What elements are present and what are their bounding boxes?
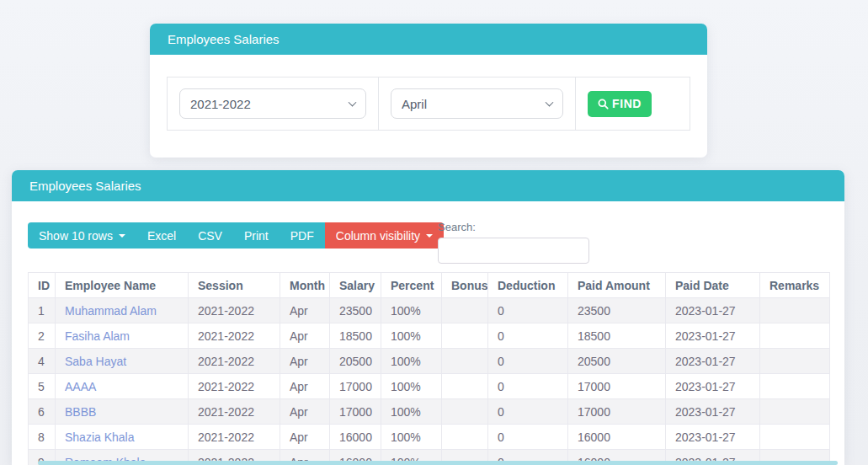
caret-down-icon	[119, 234, 125, 238]
cell-percent: 100%	[381, 425, 442, 450]
cell-employee-name: Muhammad Alam	[56, 298, 189, 323]
table-row: 2Fasiha Alam2021-2022Apr18500100%0185002…	[29, 323, 830, 349]
cell-remarks	[760, 425, 830, 450]
employee-name-link[interactable]: Saba Hayat	[65, 355, 126, 368]
search-box: Search:	[438, 221, 589, 264]
cell-month: Apr	[280, 298, 330, 323]
cell-bonus	[442, 349, 488, 374]
cell-salary: 16000	[330, 425, 381, 450]
cell-paid-date: 2023-01-27	[666, 323, 760, 349]
cell-remarks	[760, 323, 830, 349]
cell-salary: 23500	[330, 298, 381, 323]
filter-card-body: 2021-2022 April	[150, 55, 707, 131]
cell-month: Apr	[280, 349, 330, 374]
cell-session: 2021-2022	[189, 349, 280, 374]
search-icon	[598, 99, 609, 110]
show-rows-label: Show 10 rows	[39, 229, 113, 243]
cell-paid-amount: 20500	[568, 349, 666, 374]
cell-paid-amount: 17000	[568, 399, 666, 425]
column-header-id[interactable]: ID	[29, 273, 56, 298]
cell-employee-name: AAAA	[56, 374, 189, 399]
column-header-remarks[interactable]: Remarks	[760, 273, 830, 298]
cell-salary: 17000	[330, 399, 381, 425]
cell-salary: 17000	[330, 374, 381, 399]
cell-session: 2021-2022	[189, 374, 280, 399]
table-card-header: Employees Salaries	[12, 170, 844, 201]
cell-deduction: 0	[488, 399, 568, 425]
cell-remarks	[760, 374, 830, 399]
column-header-paid-amount[interactable]: Paid Amount	[568, 273, 666, 298]
employee-name-link[interactable]: Fasiha Alam	[65, 329, 130, 343]
column-header-month[interactable]: Month	[280, 273, 330, 298]
export-excel-button[interactable]: Excel	[136, 222, 187, 249]
column-header-salary[interactable]: Salary	[330, 273, 381, 298]
cell-remarks	[760, 298, 830, 323]
cell-session: 2021-2022	[189, 399, 280, 425]
column-header-bonus[interactable]: Bonus	[442, 273, 488, 298]
cell-remarks	[760, 399, 830, 425]
show-rows-button[interactable]: Show 10 rows	[28, 222, 136, 249]
caret-down-icon	[426, 234, 433, 238]
session-select[interactable]: 2021-2022	[179, 88, 366, 119]
cell-id: 5	[29, 374, 56, 399]
page-background: Employees Salaries 2021-2022 April	[0, 0, 868, 465]
column-header-percent[interactable]: Percent	[381, 273, 442, 298]
filter-card-title: Employees Salaries	[168, 32, 280, 46]
column-header-paid-date[interactable]: Paid Date	[666, 273, 760, 298]
table-row: 6BBBB2021-2022Apr17000100%0170002023-01-…	[29, 399, 830, 425]
employee-name-link[interactable]: Muhammad Alam	[65, 304, 157, 318]
find-button-label: FIND	[612, 97, 642, 110]
cell-deduction: 0	[488, 298, 568, 323]
cell-id: 4	[29, 349, 56, 374]
filter-form-row: 2021-2022 April	[167, 77, 690, 131]
employee-name-link[interactable]: AAAA	[65, 380, 96, 393]
month-select[interactable]: April	[391, 88, 563, 119]
employee-name-link[interactable]: BBBB	[65, 405, 96, 419]
datatable-toolbar: Show 10 rows ExcelCSVPrintPDF Column vis…	[28, 222, 828, 272]
cell-percent: 100%	[381, 399, 442, 425]
export-buttons: ExcelCSVPrintPDF	[136, 222, 325, 249]
horizontal-scrollbar[interactable]	[38, 461, 838, 465]
salaries-table-body: 1Muhammad Alam2021-2022Apr23500100%02350…	[29, 298, 830, 465]
cell-deduction: 0	[488, 323, 568, 349]
salaries-table-head: IDEmployee NameSessionMonthSalaryPercent…	[29, 273, 830, 298]
cell-percent: 100%	[381, 374, 442, 399]
cell-bonus	[442, 298, 488, 323]
cell-bonus	[442, 374, 488, 399]
cell-deduction: 0	[488, 349, 568, 374]
search-input[interactable]	[438, 238, 589, 264]
column-header-employee-name[interactable]: Employee Name	[56, 273, 189, 298]
cell-employee-name: Fasiha Alam	[56, 323, 189, 349]
find-button-cell: FIND	[576, 78, 690, 130]
cell-paid-date: 2023-01-27	[666, 425, 760, 450]
employee-name-link[interactable]: Shazia Khala	[65, 430, 135, 444]
salaries-table: IDEmployee NameSessionMonthSalaryPercent…	[28, 272, 830, 465]
cell-bonus	[442, 425, 488, 450]
cell-month: Apr	[280, 374, 330, 399]
column-header-deduction[interactable]: Deduction	[488, 273, 568, 298]
export-csv-button[interactable]: CSV	[187, 222, 233, 249]
cell-paid-date: 2023-01-27	[666, 399, 760, 425]
cell-paid-date: 2023-01-27	[666, 349, 760, 374]
export-pdf-button[interactable]: PDF	[280, 222, 325, 249]
filter-card-header: Employees Salaries	[150, 24, 707, 55]
table-row: 8Shazia Khala2021-2022Apr16000100%016000…	[29, 425, 830, 450]
column-visibility-button[interactable]: Column visibility	[325, 222, 444, 249]
column-header-session[interactable]: Session	[189, 273, 280, 298]
cell-paid-amount: 18500	[568, 323, 666, 349]
cell-month: Apr	[280, 425, 330, 450]
table-card-body: Show 10 rows ExcelCSVPrintPDF Column vis…	[12, 201, 844, 465]
table-row: 5AAAA2021-2022Apr17000100%0170002023-01-…	[29, 374, 830, 399]
cell-paid-amount: 17000	[568, 374, 666, 399]
session-filter-cell: 2021-2022	[168, 78, 379, 130]
cell-id: 2	[29, 323, 56, 349]
month-select-wrap: April	[391, 88, 563, 119]
cell-paid-date: 2023-01-27	[666, 298, 760, 323]
cell-id: 1	[29, 298, 56, 323]
find-button[interactable]: FIND	[588, 91, 652, 117]
cell-salary: 20500	[330, 349, 381, 374]
export-print-button[interactable]: Print	[233, 222, 280, 249]
cell-paid-date: 2023-01-27	[666, 374, 760, 399]
cell-percent: 100%	[381, 349, 442, 374]
cell-paid-amount: 16000	[568, 425, 666, 450]
